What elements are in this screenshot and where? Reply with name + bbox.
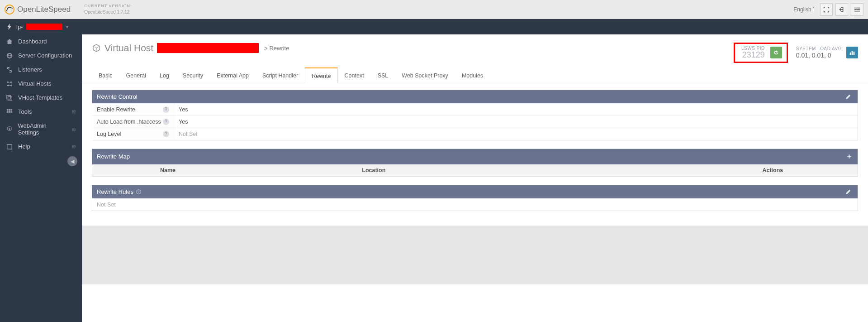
help-icon[interactable]: ? xyxy=(136,189,141,194)
sidebar-item-label: WebAdmin Settings xyxy=(18,122,67,136)
tab-script-handler[interactable]: Script Handler xyxy=(256,67,305,83)
home-icon xyxy=(6,38,14,45)
row-enable-rewrite: Enable Rewrite? Yes xyxy=(92,103,858,115)
help-icon[interactable]: ? xyxy=(163,131,169,137)
panel-title: Rewrite Rules xyxy=(97,188,133,195)
add-button[interactable]: + xyxy=(845,152,853,162)
svg-rect-8 xyxy=(9,109,10,111)
sidebar-collapse-button[interactable]: ◀ xyxy=(67,156,77,166)
svg-rect-11 xyxy=(9,111,10,113)
gear-icon xyxy=(6,126,13,132)
panel-rewrite-control: Rewrite Control Enable Rewrite? Yes Auto… xyxy=(92,90,858,140)
expand-icon: ⊞ xyxy=(72,109,76,114)
sidebar-item-help[interactable]: Help ⊞ xyxy=(0,139,82,154)
tab-external-app[interactable]: External App xyxy=(210,67,256,83)
row-label: Enable Rewrite xyxy=(97,106,135,113)
svg-text:?: ? xyxy=(138,190,140,193)
fullscreen-button[interactable] xyxy=(820,3,833,16)
system-load-box: SYSTEM LOAD AVG 0.01, 0.01, 0 xyxy=(796,43,858,63)
logo-swirl-icon xyxy=(5,5,14,14)
sidebar-item-virtual-hosts[interactable]: Virtual Hosts xyxy=(0,77,82,91)
redacted-vhost-name xyxy=(157,43,259,53)
edit-button[interactable] xyxy=(844,188,853,196)
arrow-left-icon: ◀ xyxy=(71,159,74,164)
grid-icon xyxy=(6,109,14,115)
pid-value: 23129 xyxy=(741,51,765,60)
tab-basic[interactable]: Basic xyxy=(92,67,119,83)
restart-button[interactable] xyxy=(770,47,782,58)
version-value: OpenLiteSpeed 1.7.12 xyxy=(84,9,132,15)
col-location: Location xyxy=(357,164,688,176)
panel-title: Rewrite Map xyxy=(97,153,130,160)
tab-general[interactable]: General xyxy=(119,67,153,83)
stats-button[interactable] xyxy=(846,47,858,58)
sidebar-item-tools[interactable]: Tools ⊞ xyxy=(0,105,82,119)
cube-icon xyxy=(92,43,101,53)
lsws-pid-box: LSWS PID 23129 xyxy=(734,43,788,63)
expand-icon: ⊞ xyxy=(72,127,76,132)
sidebar-item-label: Help xyxy=(18,143,30,150)
brand-logo[interactable]: OpenLiteSpeed xyxy=(5,5,71,14)
svg-rect-15 xyxy=(852,51,853,55)
row-log-level: Log Level? Not Set xyxy=(92,128,858,140)
server-name-prefix: lp- xyxy=(16,24,23,30)
sidebar-item-label: Listeners xyxy=(18,66,42,73)
tab-log[interactable]: Log xyxy=(153,67,176,83)
brand-text: OpenLiteSpeed xyxy=(17,5,71,14)
row-value: Yes xyxy=(174,104,858,115)
link-icon xyxy=(6,67,14,73)
sidebar-item-listeners[interactable]: Listeners xyxy=(0,62,82,77)
row-label: Auto Load from .htaccess xyxy=(97,119,161,125)
version-block: CURRENT VERSION: OpenLiteSpeed 1.7.12 xyxy=(84,4,132,15)
sidebar-item-label: Virtual Hosts xyxy=(18,80,51,87)
svg-rect-10 xyxy=(7,111,9,113)
expand-icon xyxy=(823,6,830,13)
template-icon xyxy=(6,95,14,101)
edit-button[interactable] xyxy=(844,93,853,101)
svg-rect-16 xyxy=(854,52,855,55)
col-name: Name xyxy=(156,164,357,176)
sidebar-item-vhost-templates[interactable]: VHost Templates xyxy=(0,91,82,105)
svg-rect-9 xyxy=(11,109,13,111)
help-icon[interactable]: ? xyxy=(163,106,169,113)
panel-rewrite-map: Rewrite Map + Name Location Actions xyxy=(92,149,858,177)
main-content: Virtual Host > Rewrite LSWS PID 23129 xyxy=(82,34,868,322)
svg-rect-12 xyxy=(11,111,13,113)
rules-value: Not Set xyxy=(92,198,858,211)
sidebar-item-webadmin[interactable]: WebAdmin Settings ⊞ xyxy=(0,119,82,139)
svg-rect-14 xyxy=(850,53,851,55)
book-icon xyxy=(6,144,14,150)
restart-icon xyxy=(773,49,779,56)
svg-rect-7 xyxy=(7,109,9,111)
tab-security[interactable]: Security xyxy=(176,67,210,83)
sidebar-item-server-config[interactable]: Server Configuration xyxy=(0,48,82,62)
chevron-down-icon: ˇ xyxy=(813,6,815,13)
row-value: Yes xyxy=(174,116,858,128)
globe-icon xyxy=(6,53,14,59)
page-title: Virtual Host > Rewrite xyxy=(92,43,289,53)
load-value: 0.01, 0.01, 0 xyxy=(796,52,842,59)
vhost-tabs: Basic General Log Security External App … xyxy=(82,67,868,83)
tab-web-socket-proxy[interactable]: Web Socket Proxy xyxy=(395,67,455,83)
logout-button[interactable] xyxy=(835,3,848,16)
plus-icon: + xyxy=(847,153,851,160)
chevron-down-icon: ▾ xyxy=(66,24,68,29)
row-label: Log Level xyxy=(97,131,121,137)
tab-modules[interactable]: Modules xyxy=(455,67,490,83)
tab-ssl[interactable]: SSL xyxy=(371,67,395,83)
sidebar-item-dashboard[interactable]: Dashboard xyxy=(0,34,82,48)
sidebar-item-label: VHost Templates xyxy=(18,94,62,101)
version-label: CURRENT VERSION: xyxy=(84,4,132,9)
tab-context[interactable]: Context xyxy=(338,67,371,83)
menu-button[interactable] xyxy=(851,3,863,16)
vhost-icon xyxy=(6,81,14,87)
breadcrumb: > Rewrite xyxy=(264,45,289,52)
server-bar[interactable]: lp- ▾ xyxy=(0,19,868,34)
panel-title: Rewrite Control xyxy=(97,93,138,100)
tab-rewrite[interactable]: Rewrite xyxy=(305,67,337,83)
help-icon[interactable]: ? xyxy=(163,119,169,125)
language-switcher[interactable]: English ˇ xyxy=(791,5,817,14)
pencil-icon xyxy=(845,189,851,195)
expand-icon: ⊞ xyxy=(72,144,76,149)
row-auto-load-htaccess: Auto Load from .htaccess? Yes xyxy=(92,115,858,128)
